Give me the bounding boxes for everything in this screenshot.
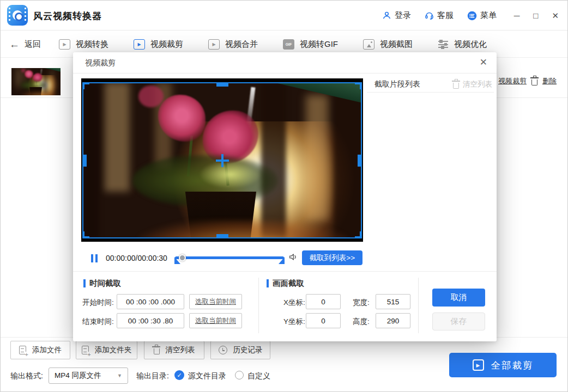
- back-label: 返回: [25, 39, 41, 50]
- crosshair-icon: [221, 154, 223, 167]
- frame-section-heading: 画面截取: [267, 278, 304, 289]
- timeline-slider[interactable]: [175, 256, 284, 264]
- height-input[interactable]: 290: [376, 313, 410, 328]
- x-coord-label: X坐标:: [283, 298, 305, 308]
- y-coord-input[interactable]: 0: [306, 313, 341, 328]
- output-format-value: MP4 同原文件: [55, 371, 101, 381]
- support-label: 客服: [437, 10, 454, 21]
- headset-icon: [425, 11, 434, 20]
- crop-all-button[interactable]: ▶ 全部裁剪: [449, 353, 557, 377]
- dialog-title: 视频裁剪: [85, 58, 116, 68]
- add-file-icon: [19, 346, 26, 354]
- video-thumbnail: [11, 68, 61, 95]
- tab-video-convert[interactable]: ▶ 视频转换: [59, 39, 108, 50]
- video-convert-icon: ▶: [59, 39, 70, 50]
- login-button[interactable]: 登录: [382, 10, 411, 21]
- capture-to-list-button[interactable]: 截取到列表>>: [302, 250, 362, 265]
- trash-icon: [531, 79, 537, 85]
- crop-handle-top[interactable]: [216, 82, 228, 87]
- app-window: 风云视频转换器 登录 客服 菜单 ─ □ ✕ ← 返回: [0, 0, 568, 392]
- menu-button[interactable]: 菜单: [467, 10, 497, 21]
- video-crop-dialog: 视频裁剪 ✕: [73, 52, 497, 341]
- height-label: 高度:: [353, 317, 370, 327]
- save-button[interactable]: 保存: [432, 313, 485, 330]
- pick-current-time-start-button[interactable]: 选取当前时间: [189, 294, 242, 309]
- time-section-heading: 时间截取: [83, 278, 121, 289]
- back-arrow-icon: ←: [9, 39, 20, 50]
- screenshot-icon: [363, 39, 374, 50]
- x-coord-input[interactable]: 0: [306, 294, 341, 309]
- radio-source-dir-label: 源文件目录: [188, 371, 226, 381]
- dialog-close-icon[interactable]: ✕: [480, 57, 487, 68]
- crop-handle-top-right[interactable]: [355, 82, 362, 89]
- crop-handle-bottom[interactable]: [216, 234, 228, 238]
- caret-down-icon: ▼: [117, 373, 122, 378]
- add-folder-icon: [82, 346, 89, 354]
- video-crop-icon: ▶: [134, 39, 145, 50]
- crop-selection[interactable]: [82, 82, 362, 238]
- width-label: 宽度:: [353, 298, 370, 308]
- user-icon: [382, 11, 391, 20]
- cancel-button[interactable]: 取消: [432, 289, 485, 307]
- output-dir-label: 输出目录:: [136, 371, 169, 381]
- end-time-input[interactable]: 00 :00 :30 .80: [117, 313, 184, 328]
- trash-icon: [154, 348, 160, 354]
- pause-icon[interactable]: [91, 254, 93, 262]
- menu-icon: [467, 11, 477, 21]
- video-merge-icon: ▶: [208, 39, 220, 50]
- add-folder-button[interactable]: 添加文件夹: [76, 341, 137, 359]
- trash-icon: [453, 83, 459, 89]
- crop-handle-top-left[interactable]: [82, 82, 89, 89]
- minimize-icon[interactable]: ─: [514, 11, 520, 20]
- title-bar: 风云视频转换器 登录 客服 菜单 ─ □ ✕: [1, 1, 567, 30]
- width-input[interactable]: 515: [376, 294, 410, 309]
- crop-all-label: 全部裁剪: [491, 359, 534, 372]
- tab-video-merge[interactable]: ▶ 视频合并: [208, 39, 258, 50]
- row-crop-link[interactable]: 视频裁剪: [498, 76, 527, 86]
- login-label: 登录: [395, 10, 411, 21]
- start-time-label: 开始时间:: [82, 298, 114, 308]
- close-icon[interactable]: ✕: [552, 11, 559, 20]
- clock-icon: [219, 346, 227, 354]
- clip-list-header: 截取片段列表: [374, 79, 420, 89]
- file-row-actions: 视频裁剪 删除: [498, 76, 557, 86]
- crop-handle-bottom-right[interactable]: [355, 231, 362, 238]
- radio-source-dir[interactable]: ✓: [174, 370, 184, 380]
- tab-video-optimize[interactable]: 视频优化: [438, 39, 487, 50]
- support-button[interactable]: 客服: [425, 10, 454, 21]
- y-coord-label: Y坐标:: [283, 317, 305, 327]
- add-file-button[interactable]: 添加文件: [10, 341, 70, 359]
- crop-handle-bottom-left[interactable]: [82, 231, 89, 238]
- playback-time: 00:00:00/00:00:30: [106, 254, 167, 262]
- gif-file-icon: GIF: [283, 39, 294, 50]
- video-preview: [81, 78, 363, 242]
- crop-handle-right[interactable]: [358, 155, 362, 167]
- clear-clip-list-button[interactable]: 清空列表: [453, 79, 492, 89]
- radio-custom-dir[interactable]: [235, 371, 244, 379]
- playhead-thumb[interactable]: [179, 254, 186, 261]
- crop-handle-left[interactable]: [82, 155, 87, 167]
- tab-video-to-gif[interactable]: GIF 视频转GIF: [283, 39, 338, 50]
- start-time-input[interactable]: 00 :00 :00 .000: [117, 294, 184, 309]
- row-delete-link[interactable]: 删除: [542, 76, 557, 86]
- back-button[interactable]: ← 返回: [9, 31, 41, 58]
- output-format-select[interactable]: MP4 同原文件 ▼: [49, 367, 128, 384]
- menu-label: 菜单: [480, 10, 497, 21]
- app-logo-icon: [7, 5, 28, 26]
- end-time-label: 结束时间:: [82, 317, 114, 327]
- pick-current-time-end-button[interactable]: 选取当前时间: [189, 313, 242, 328]
- history-button[interactable]: 历史记录: [210, 341, 270, 359]
- app-title: 风云视频转换器: [33, 10, 102, 22]
- maximize-icon[interactable]: □: [533, 11, 538, 20]
- radio-custom-dir-label: 自定义: [247, 371, 270, 381]
- output-format-label: 输出格式:: [10, 371, 43, 381]
- volume-icon[interactable]: [288, 252, 299, 264]
- optimize-sliders-icon: [438, 39, 449, 50]
- tab-video-screenshot[interactable]: 视频截图: [363, 39, 413, 50]
- check-icon: ✓: [177, 372, 182, 379]
- clear-list-button[interactable]: 清空列表: [144, 341, 204, 359]
- play-icon: ▶: [473, 359, 484, 371]
- tab-video-crop[interactable]: ▶ 视频裁剪: [134, 39, 183, 50]
